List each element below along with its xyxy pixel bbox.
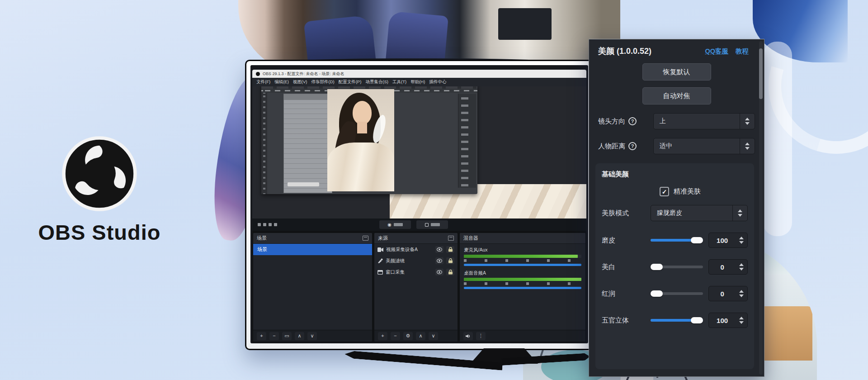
- person-distance-label: 人物距离 ?: [598, 142, 653, 151]
- lock-icon: [448, 270, 453, 275]
- eye-icon: [437, 270, 442, 274]
- menu-tools[interactable]: 工具(T): [392, 79, 406, 85]
- slider-handle[interactable]: [651, 264, 663, 270]
- visibility-toggle[interactable]: [435, 269, 443, 276]
- source-item-beauty-filter[interactable]: 美颜滤镜: [374, 255, 458, 266]
- eye-icon: [437, 247, 442, 252]
- portrait-neck: [357, 122, 367, 133]
- value-spinner[interactable]: [736, 260, 747, 274]
- menu-profile[interactable]: 配置文件(P): [339, 79, 362, 85]
- qq-support-link[interactable]: QQ客服: [705, 47, 728, 56]
- beauty-panel-title: 美颜 (1.0.0.52): [598, 46, 705, 57]
- photo-editor-window: [261, 86, 477, 194]
- menu-scene-collection[interactable]: 场景集合(S): [365, 79, 388, 85]
- select-spinner[interactable]: [732, 205, 747, 221]
- speaker-icon[interactable]: [463, 332, 473, 340]
- obs-window: OBS 29.1.3 - 配置文件: 未命名 - 场景: 未命名 文件(F) 编…: [252, 70, 586, 342]
- move-scene-down-button[interactable]: ∨: [307, 332, 317, 340]
- remove-source-button[interactable]: −: [391, 332, 400, 340]
- desktop-background: OBS Studio OBS 29.1.3 - 配置文件: 未命名 - 场景: …: [0, 0, 868, 380]
- monitor-screen: OBS 29.1.3 - 配置文件: 未命名 - 场景: 未命名 文件(F) 编…: [250, 65, 588, 343]
- add-scene-button[interactable]: +: [257, 332, 266, 340]
- select-spinner[interactable]: [740, 114, 755, 129]
- scrollbar-thumb[interactable]: [759, 48, 763, 99]
- skin-mode-select[interactable]: 朦胧磨皮: [651, 205, 748, 221]
- mixer-channel-label: 桌面音频A: [464, 270, 581, 276]
- menu-plugin-center[interactable]: 插件中心: [429, 79, 446, 85]
- smoothing-slider[interactable]: [651, 237, 703, 243]
- slider-handle[interactable]: [651, 290, 663, 297]
- strip-status-icons: [258, 223, 277, 226]
- source-item-video-capture[interactable]: 视频采集设备A: [374, 244, 458, 255]
- slider-handle[interactable]: [691, 237, 703, 243]
- panel-scrollbar[interactable]: [759, 41, 763, 375]
- facial-3d-value-box[interactable]: 100: [708, 313, 748, 328]
- whitening-slider-row: 美白 0: [602, 259, 748, 275]
- menu-edit[interactable]: 编辑(E): [274, 79, 289, 85]
- skin-mode-label: 美肤模式: [602, 209, 651, 218]
- visibility-toggle[interactable]: [435, 246, 443, 253]
- lock-toggle[interactable]: [446, 269, 454, 276]
- menu-help[interactable]: 帮助(H): [410, 79, 425, 85]
- dock-options-icon[interactable]: [448, 236, 454, 241]
- obs-app-icon: [256, 72, 260, 76]
- lock-toggle[interactable]: [446, 246, 454, 253]
- scene-list-item-selected[interactable]: 场景: [253, 244, 372, 255]
- pin-tab-button[interactable]: ◉: [379, 220, 411, 229]
- mixer-dock-title: 混音器: [463, 235, 582, 242]
- lock-icon: [448, 247, 453, 252]
- help-icon[interactable]: ?: [628, 142, 637, 150]
- rosy-slider[interactable]: [651, 290, 703, 297]
- autofocus-button[interactable]: 自动对焦: [642, 87, 711, 104]
- add-source-button[interactable]: +: [378, 332, 387, 340]
- dialog-input: [288, 182, 319, 186]
- select-spinner[interactable]: [740, 138, 755, 154]
- scenes-toolbar: + − ▭ ∧ ∨: [253, 330, 372, 342]
- value-spinner[interactable]: [736, 233, 747, 247]
- source-item-window-capture[interactable]: 窗口采集: [374, 266, 458, 278]
- value-spinner[interactable]: [736, 313, 747, 328]
- obs-wordmark: OBS Studio: [27, 220, 172, 245]
- person-distance-select[interactable]: 适中: [653, 138, 755, 154]
- slider-handle[interactable]: [691, 317, 703, 323]
- facial-3d-slider[interactable]: [651, 317, 703, 323]
- move-source-up-button[interactable]: ∧: [416, 332, 425, 340]
- obs-docks: 场景 场景 + − ▭ ∧ ∨: [252, 231, 586, 342]
- basic-beauty-section: 基础美颜 ✓ 精准美肤 美肤模式 朦胧磨皮 磨皮 100: [595, 163, 754, 369]
- lock-toggle[interactable]: [446, 257, 454, 264]
- lens-direction-select[interactable]: 上: [653, 113, 755, 129]
- help-icon[interactable]: ?: [628, 117, 637, 125]
- menu-docks[interactable]: 停靠部件(D): [311, 79, 334, 85]
- tutorial-link[interactable]: 教程: [736, 47, 749, 56]
- volume-slider[interactable]: [464, 287, 581, 289]
- visibility-toggle[interactable]: [435, 257, 443, 264]
- move-source-down-button[interactable]: ∨: [429, 332, 438, 340]
- obs-titlebar[interactable]: OBS 29.1.3 - 配置文件: 未命名 - 场景: 未命名: [252, 70, 586, 78]
- volume-slider[interactable]: [464, 264, 581, 266]
- move-scene-up-button[interactable]: ∧: [295, 332, 304, 340]
- monitor: OBS 29.1.3 - 配置文件: 未命名 - 场景: 未命名 文件(F) 编…: [245, 60, 594, 350]
- obs-logo-icon: [61, 136, 137, 212]
- beauty-filter-panel: 美颜 (1.0.0.52) QQ客服 教程 恢复默认 自动对焦 镜头方向 ? 上…: [589, 39, 764, 377]
- whitening-value-box[interactable]: 0: [708, 259, 748, 275]
- duplicate-scene-button[interactable]: ▭: [282, 332, 292, 340]
- sources-dock-title: 来源: [378, 235, 448, 242]
- menu-view[interactable]: 视图(V): [293, 79, 307, 85]
- restore-defaults-button[interactable]: 恢复默认: [642, 63, 711, 81]
- smoothing-value-box[interactable]: 100: [708, 233, 748, 248]
- rosy-slider-row: 红润 0: [602, 286, 748, 301]
- menu-file[interactable]: 文件(F): [256, 79, 270, 85]
- eye-icon: [437, 259, 442, 263]
- lock-icon: [448, 258, 453, 263]
- remove-scene-button[interactable]: −: [269, 332, 279, 340]
- rosy-value-box[interactable]: 0: [708, 286, 748, 301]
- camera-icon: [377, 247, 383, 252]
- whitening-slider[interactable]: [651, 264, 703, 270]
- dock-options-icon[interactable]: [363, 236, 368, 241]
- source-properties-button[interactable]: ⚙: [403, 332, 413, 340]
- precise-skin-checkbox[interactable]: ✓: [660, 187, 669, 196]
- portrait-dress: [327, 142, 394, 191]
- more-options-icon[interactable]: ⋮: [476, 332, 486, 340]
- window-tab-button[interactable]: [416, 220, 448, 229]
- value-spinner[interactable]: [736, 286, 747, 301]
